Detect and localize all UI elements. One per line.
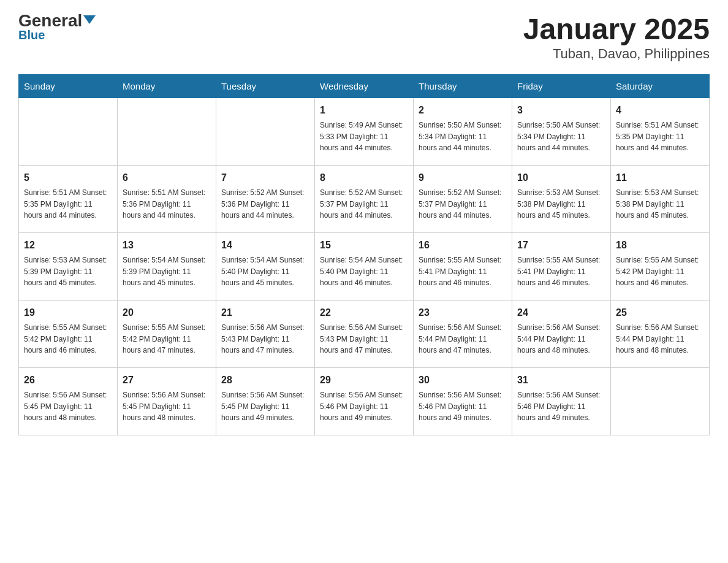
day-info: Sunrise: 5:56 AM Sunset: 5:44 PM Dayligh…: [419, 322, 507, 356]
day-info: Sunrise: 5:50 AM Sunset: 5:34 PM Dayligh…: [419, 120, 507, 154]
day-number: 6: [123, 170, 211, 185]
calendar-cell: [611, 368, 710, 435]
calendar-cell: 13Sunrise: 5:54 AM Sunset: 5:39 PM Dayli…: [118, 233, 216, 301]
header-day-wednesday: Wednesday: [315, 75, 414, 98]
calendar-cell: 5Sunrise: 5:51 AM Sunset: 5:35 PM Daylig…: [19, 166, 118, 233]
day-number: 2: [419, 103, 507, 118]
day-number: 21: [221, 305, 309, 320]
day-info: Sunrise: 5:54 AM Sunset: 5:40 PM Dayligh…: [221, 255, 309, 289]
day-info: Sunrise: 5:56 AM Sunset: 5:46 PM Dayligh…: [517, 389, 605, 424]
day-number: 28: [221, 373, 309, 388]
week-row-4: 19Sunrise: 5:55 AM Sunset: 5:42 PM Dayli…: [19, 301, 710, 368]
calendar-cell: 23Sunrise: 5:56 AM Sunset: 5:44 PM Dayli…: [414, 301, 512, 368]
day-number: 8: [320, 170, 408, 185]
calendar-cell: 22Sunrise: 5:56 AM Sunset: 5:43 PM Dayli…: [315, 301, 414, 368]
calendar-cell: 14Sunrise: 5:54 AM Sunset: 5:40 PM Dayli…: [216, 233, 315, 301]
week-row-1: 1Sunrise: 5:49 AM Sunset: 5:33 PM Daylig…: [19, 98, 710, 166]
calendar-cell: 25Sunrise: 5:56 AM Sunset: 5:44 PM Dayli…: [611, 301, 710, 368]
header-day-saturday: Saturday: [611, 75, 710, 98]
day-number: 26: [24, 373, 112, 388]
header-day-tuesday: Tuesday: [216, 75, 315, 98]
day-number: 7: [221, 170, 309, 185]
logo-general-text: General: [18, 12, 96, 29]
day-info: Sunrise: 5:53 AM Sunset: 5:39 PM Dayligh…: [24, 255, 112, 289]
day-info: Sunrise: 5:51 AM Sunset: 5:35 PM Dayligh…: [616, 120, 704, 154]
day-number: 27: [123, 373, 211, 388]
header-day-friday: Friday: [512, 75, 611, 98]
calendar-cell: 24Sunrise: 5:56 AM Sunset: 5:44 PM Dayli…: [512, 301, 611, 368]
day-info: Sunrise: 5:55 AM Sunset: 5:42 PM Dayligh…: [123, 322, 211, 356]
day-info: Sunrise: 5:56 AM Sunset: 5:44 PM Dayligh…: [616, 322, 704, 356]
day-info: Sunrise: 5:51 AM Sunset: 5:36 PM Dayligh…: [123, 187, 211, 221]
day-number: 19: [24, 305, 112, 320]
day-number: 29: [320, 373, 408, 388]
day-number: 15: [320, 238, 408, 253]
day-info: Sunrise: 5:55 AM Sunset: 5:41 PM Dayligh…: [419, 255, 507, 289]
day-info: Sunrise: 5:56 AM Sunset: 5:46 PM Dayligh…: [419, 389, 507, 424]
day-number: 4: [616, 103, 704, 118]
day-info: Sunrise: 5:53 AM Sunset: 5:38 PM Dayligh…: [517, 187, 605, 221]
day-number: 23: [419, 305, 507, 320]
calendar-cell: 2Sunrise: 5:50 AM Sunset: 5:34 PM Daylig…: [414, 98, 512, 166]
day-info: Sunrise: 5:56 AM Sunset: 5:44 PM Dayligh…: [517, 322, 605, 356]
calendar-cell: 6Sunrise: 5:51 AM Sunset: 5:36 PM Daylig…: [118, 166, 216, 233]
day-info: Sunrise: 5:56 AM Sunset: 5:43 PM Dayligh…: [320, 322, 408, 356]
calendar-cell: 20Sunrise: 5:55 AM Sunset: 5:42 PM Dayli…: [118, 301, 216, 368]
day-info: Sunrise: 5:51 AM Sunset: 5:35 PM Dayligh…: [24, 187, 112, 221]
header-day-sunday: Sunday: [19, 75, 118, 98]
calendar-cell: 30Sunrise: 5:56 AM Sunset: 5:46 PM Dayli…: [414, 368, 512, 435]
day-number: 22: [320, 305, 408, 320]
day-number: 30: [419, 373, 507, 388]
day-info: Sunrise: 5:54 AM Sunset: 5:40 PM Dayligh…: [320, 255, 408, 289]
calendar-cell: 10Sunrise: 5:53 AM Sunset: 5:38 PM Dayli…: [512, 166, 611, 233]
calendar-cell: 4Sunrise: 5:51 AM Sunset: 5:35 PM Daylig…: [611, 98, 710, 166]
calendar-cell: 21Sunrise: 5:56 AM Sunset: 5:43 PM Dayli…: [216, 301, 315, 368]
day-number: 12: [24, 238, 112, 253]
calendar-cell: 8Sunrise: 5:52 AM Sunset: 5:37 PM Daylig…: [315, 166, 414, 233]
day-number: 14: [221, 238, 309, 253]
day-info: Sunrise: 5:53 AM Sunset: 5:38 PM Dayligh…: [616, 187, 704, 221]
header-day-monday: Monday: [118, 75, 216, 98]
day-info: Sunrise: 5:52 AM Sunset: 5:36 PM Dayligh…: [221, 187, 309, 221]
calendar-cell: 15Sunrise: 5:54 AM Sunset: 5:40 PM Dayli…: [315, 233, 414, 301]
day-number: 25: [616, 305, 704, 320]
week-row-5: 26Sunrise: 5:56 AM Sunset: 5:45 PM Dayli…: [19, 368, 710, 435]
calendar-cell: [118, 98, 216, 166]
calendar-cell: 31Sunrise: 5:56 AM Sunset: 5:46 PM Dayli…: [512, 368, 611, 435]
day-number: 10: [517, 170, 605, 185]
calendar-cell: [216, 98, 315, 166]
day-info: Sunrise: 5:55 AM Sunset: 5:42 PM Dayligh…: [616, 255, 704, 289]
calendar-header: SundayMondayTuesdayWednesdayThursdayFrid…: [19, 75, 710, 98]
calendar-cell: 1Sunrise: 5:49 AM Sunset: 5:33 PM Daylig…: [315, 98, 414, 166]
day-info: Sunrise: 5:50 AM Sunset: 5:34 PM Dayligh…: [517, 120, 605, 154]
header-day-thursday: Thursday: [414, 75, 512, 98]
day-info: Sunrise: 5:56 AM Sunset: 5:45 PM Dayligh…: [221, 389, 309, 424]
day-info: Sunrise: 5:52 AM Sunset: 5:37 PM Dayligh…: [419, 187, 507, 221]
calendar-subtitle: Tuban, Davao, Philippines: [523, 46, 710, 62]
logo: General Blue: [18, 12, 96, 42]
logo-triangle-icon: [83, 15, 96, 24]
day-info: Sunrise: 5:54 AM Sunset: 5:39 PM Dayligh…: [123, 255, 211, 289]
calendar-cell: 17Sunrise: 5:55 AM Sunset: 5:41 PM Dayli…: [512, 233, 611, 301]
day-number: 16: [419, 238, 507, 253]
calendar-cell: 11Sunrise: 5:53 AM Sunset: 5:38 PM Dayli…: [611, 166, 710, 233]
day-number: 5: [24, 170, 112, 185]
calendar-cell: 7Sunrise: 5:52 AM Sunset: 5:36 PM Daylig…: [216, 166, 315, 233]
day-info: Sunrise: 5:56 AM Sunset: 5:45 PM Dayligh…: [24, 389, 112, 424]
week-row-3: 12Sunrise: 5:53 AM Sunset: 5:39 PM Dayli…: [19, 233, 710, 301]
day-info: Sunrise: 5:55 AM Sunset: 5:42 PM Dayligh…: [24, 322, 112, 356]
calendar-cell: 27Sunrise: 5:56 AM Sunset: 5:45 PM Dayli…: [118, 368, 216, 435]
day-info: Sunrise: 5:56 AM Sunset: 5:43 PM Dayligh…: [221, 322, 309, 356]
calendar-cell: 29Sunrise: 5:56 AM Sunset: 5:46 PM Dayli…: [315, 368, 414, 435]
calendar-cell: [19, 98, 118, 166]
calendar-cell: 19Sunrise: 5:55 AM Sunset: 5:42 PM Dayli…: [19, 301, 118, 368]
calendar-cell: 26Sunrise: 5:56 AM Sunset: 5:45 PM Dayli…: [19, 368, 118, 435]
calendar-cell: 12Sunrise: 5:53 AM Sunset: 5:39 PM Dayli…: [19, 233, 118, 301]
day-info: Sunrise: 5:49 AM Sunset: 5:33 PM Dayligh…: [320, 120, 408, 154]
day-number: 18: [616, 238, 704, 253]
day-info: Sunrise: 5:55 AM Sunset: 5:41 PM Dayligh…: [517, 255, 605, 289]
day-number: 17: [517, 238, 605, 253]
calendar-title: January 2025: [523, 12, 710, 46]
day-number: 3: [517, 103, 605, 118]
day-number: 24: [517, 305, 605, 320]
